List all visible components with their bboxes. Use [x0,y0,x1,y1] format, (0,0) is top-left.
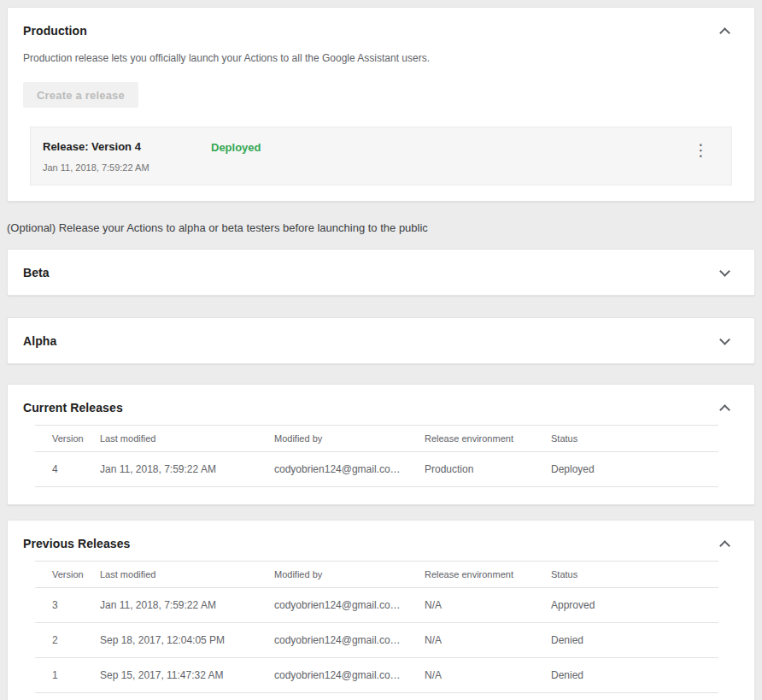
table-cell: 2 [35,623,100,658]
table-header-row: VersionLast modifiedModified byRelease e… [35,426,718,452]
column-header: Version [35,426,100,452]
table-cell: Denied [551,623,718,658]
column-header: Status [551,426,718,452]
table-cell: Sep 15, 2017, 11:47:32 AM [100,658,274,693]
release-status-badge: Deployed [211,141,261,154]
column-header: Version [35,562,100,588]
current-releases-table: VersionLast modifiedModified byRelease e… [35,425,718,487]
column-header: Release environment [425,426,551,452]
column-header: Modified by [274,426,425,452]
current-releases-card-header[interactable]: Current Releases [8,385,754,415]
table-row: 4Jan 11, 2018, 7:59:22 AMcodyobrien124@g… [35,452,718,487]
release-info: Release: Version 4 Jan 11, 2018, 7:59:22… [43,140,211,173]
chevron-down-icon[interactable] [719,334,730,345]
table-cell: N/A [425,623,551,658]
beta-card: Beta [7,249,755,296]
table-cell: Sep 18, 2017, 12:04:05 PM [100,623,274,658]
current-releases-card: Current Releases VersionLast modifiedMod… [7,384,755,505]
table-cell: Deployed [551,452,718,487]
production-description: Production release lets you officially l… [23,52,739,64]
kebab-menu-icon[interactable]: ⋮ [684,140,718,160]
table-header-row: VersionLast modifiedModified byRelease e… [35,562,718,588]
table-cell: Denied [551,658,718,693]
table-cell: 4 [35,452,100,487]
table-cell: N/A [425,588,551,623]
previous-releases-card-header[interactable]: Previous Releases [8,521,754,550]
table-cell: Jan 11, 2018, 7:59:22 AM [100,452,274,487]
release-title: Release: Version 4 [43,140,211,153]
beta-title: Beta [23,266,50,279]
production-card-header[interactable]: Production [8,8,754,38]
table-row: 2Sep 18, 2017, 12:04:05 PMcodyobrien124@… [35,623,718,658]
optional-note: (Optional) Release your Actions to alpha… [7,221,755,234]
table-cell: N/A [425,658,551,693]
chevron-down-icon[interactable] [719,266,730,277]
table-cell: codyobrien124@gmail.co… [274,588,425,623]
table-row: 3Jan 11, 2018, 7:59:22 AMcodyobrien124@g… [35,588,718,623]
alpha-title: Alpha [23,334,56,348]
previous-releases-title: Previous Releases [23,537,130,550]
table-cell: 1 [35,658,100,693]
chevron-up-icon[interactable] [719,540,730,551]
table-cell: Jan 11, 2018, 7:59:22 AM [100,588,274,623]
alpha-card-header[interactable]: Alpha [8,318,754,363]
column-header: Last modified [100,562,274,588]
previous-releases-card: Previous Releases VersionLast modifiedMo… [7,520,755,700]
table-cell: codyobrien124@gmail.co… [274,623,425,658]
column-header: Modified by [274,562,425,588]
table-row: 1Sep 15, 2017, 11:47:32 AMcodyobrien124@… [35,658,718,693]
release-date: Jan 11, 2018, 7:59:22 AM [43,162,211,173]
previous-releases-table: VersionLast modifiedModified byRelease e… [35,561,718,693]
production-card: Production Production release lets you o… [7,7,755,202]
production-title: Production [23,24,87,38]
beta-card-header[interactable]: Beta [8,250,754,295]
chevron-up-icon[interactable] [719,404,730,415]
column-header: Release environment [425,562,551,588]
current-releases-title: Current Releases [23,401,123,415]
table-cell: 3 [35,588,100,623]
table-cell: Production [425,452,551,487]
table-cell: codyobrien124@gmail.co… [274,658,425,693]
column-header: Status [551,562,718,588]
table-cell: codyobrien124@gmail.co… [274,452,425,487]
alpha-card: Alpha [7,317,755,364]
production-release-row: Release: Version 4 Jan 11, 2018, 7:59:22… [30,126,732,185]
column-header: Last modified [100,426,274,452]
chevron-up-icon[interactable] [719,27,730,38]
create-release-button[interactable]: Create a release [23,82,138,108]
table-cell: Approved [551,588,718,623]
